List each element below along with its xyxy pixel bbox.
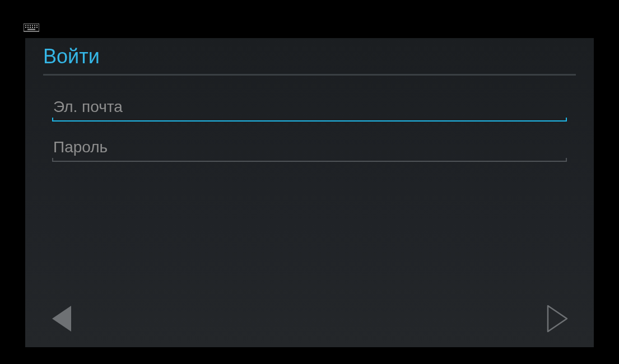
svg-rect-10: [32, 27, 33, 28]
page-title: Войти: [25, 38, 594, 74]
svg-rect-2: [27, 25, 29, 26]
svg-rect-13: [27, 29, 35, 30]
svg-marker-15: [548, 306, 567, 332]
forward-button[interactable]: [547, 305, 569, 335]
email-field-wrap: [52, 96, 567, 122]
svg-rect-12: [36, 27, 38, 28]
keyboard-icon: [24, 24, 39, 36]
email-field[interactable]: [52, 96, 567, 120]
login-panel: Войти: [25, 38, 594, 347]
svg-rect-1: [25, 25, 26, 26]
svg-rect-8: [27, 27, 29, 28]
svg-rect-3: [30, 25, 31, 26]
svg-rect-5: [34, 25, 35, 26]
password-underline: [52, 161, 567, 162]
status-bar: [24, 24, 39, 36]
svg-rect-11: [34, 27, 35, 28]
back-button[interactable]: [50, 305, 72, 335]
email-underline: [52, 120, 567, 122]
svg-rect-7: [25, 27, 26, 28]
login-form: [25, 96, 594, 162]
triangle-left-icon: [50, 325, 72, 334]
svg-rect-9: [30, 27, 31, 28]
svg-marker-14: [52, 306, 71, 332]
svg-rect-4: [32, 25, 33, 26]
title-divider: [43, 74, 576, 76]
svg-rect-6: [36, 25, 38, 26]
triangle-right-icon: [547, 325, 569, 334]
password-field[interactable]: [52, 136, 567, 161]
password-field-wrap: [52, 136, 567, 162]
